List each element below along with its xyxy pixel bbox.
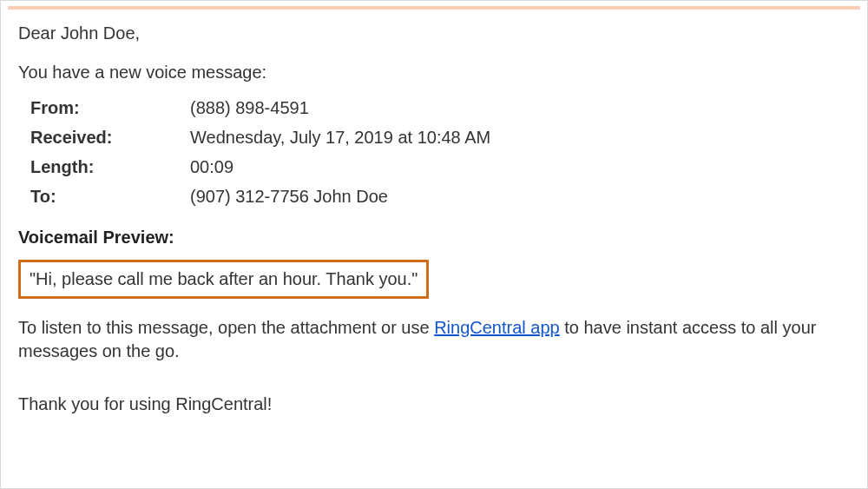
greeting-text: Dear John Doe,	[18, 23, 850, 43]
detail-row-received: Received: Wednesday, July 17, 2019 at 10…	[30, 128, 850, 148]
detail-row-to: To: (907) 312-7756 John Doe	[30, 187, 850, 207]
intro-text: You have a new voice message:	[18, 63, 850, 83]
voicemail-preview-heading: Voicemail Preview:	[18, 228, 850, 248]
to-value: (907) 312-7756 John Doe	[190, 187, 388, 207]
ringcentral-app-link[interactable]: RingCentral app	[434, 318, 560, 337]
instruction-text: To listen to this message, open the atta…	[18, 316, 850, 363]
received-value: Wednesday, July 17, 2019 at 10:48 AM	[190, 128, 490, 148]
thanks-text: Thank you for using RingCentral!	[18, 394, 850, 414]
email-container: Dear John Doe, You have a new voice mess…	[0, 0, 868, 489]
voicemail-preview-text: "Hi, please call me back after an hour. …	[30, 269, 418, 288]
details-block: From: (888) 898-4591 Received: Wednesday…	[30, 98, 850, 207]
length-value: 00:09	[190, 157, 233, 177]
from-value: (888) 898-4591	[190, 98, 309, 118]
length-label: Length:	[30, 157, 190, 177]
detail-row-from: From: (888) 898-4591	[30, 98, 850, 118]
voicemail-preview-box: "Hi, please call me back after an hour. …	[18, 260, 429, 299]
detail-row-length: Length: 00:09	[30, 157, 850, 177]
to-label: To:	[30, 187, 190, 207]
from-label: From:	[30, 98, 190, 118]
email-content: Dear John Doe, You have a new voice mess…	[1, 10, 867, 414]
received-label: Received:	[30, 128, 190, 148]
instruction-before: To listen to this message, open the atta…	[18, 318, 434, 337]
